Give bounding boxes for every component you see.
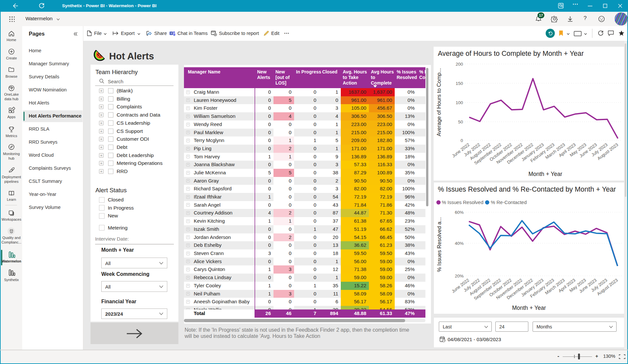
svg-text:200: 200 <box>455 62 463 67</box>
svg-text:T: T <box>171 32 172 35</box>
svg-text:150: 150 <box>455 81 463 86</box>
svg-text:% Issues Resolved a...: % Issues Resolved a... <box>436 217 442 272</box>
svg-text:Average of Hours to Comp...: Average of Hours to Comp... <box>436 68 442 136</box>
svg-text:50: 50 <box>458 119 463 124</box>
svg-text:% Re-Contacted: % Re-Contacted <box>491 199 527 205</box>
svg-text:20%: 20% <box>455 274 464 278</box>
svg-text:0: 0 <box>460 138 463 143</box>
svg-text:% Issues Resolved: % Issues Resolved <box>442 199 484 205</box>
svg-text:40%: 40% <box>455 241 464 246</box>
svg-text:100: 100 <box>455 100 463 105</box>
svg-text:Month + Year: Month + Year <box>512 305 546 311</box>
svg-text:Month + Year: Month + Year <box>528 171 562 177</box>
svg-text:60%: 60% <box>455 210 464 215</box>
